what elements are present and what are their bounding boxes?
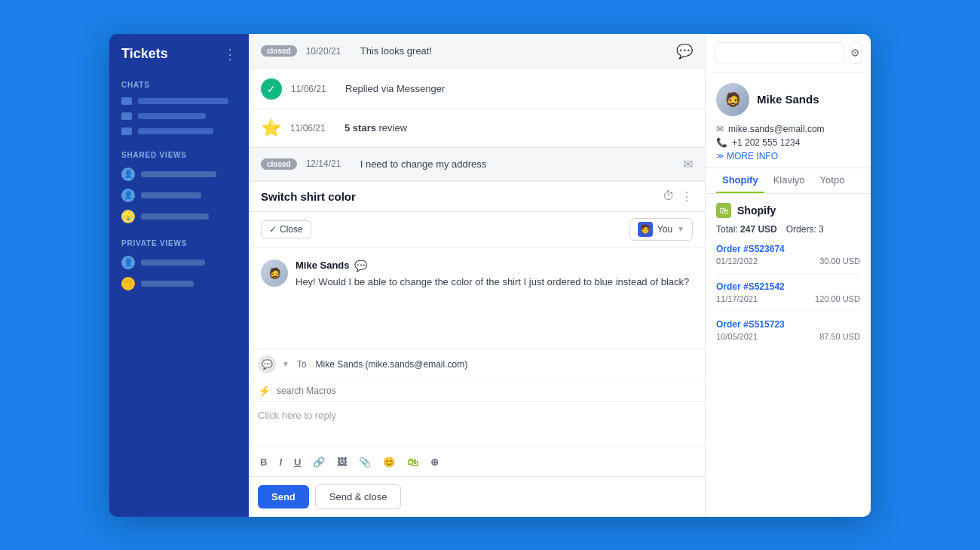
orders-label: Orders: 3 xyxy=(786,224,824,235)
order-id-link[interactable]: Order #S523674 xyxy=(716,244,860,254)
right-tabs: Shopify Klaviyo Yotpo xyxy=(706,168,871,194)
more-info-link[interactable]: ≫ MORE INFO xyxy=(716,151,860,161)
ticket-subject: I need to change my address xyxy=(360,158,674,170)
status-badge: closed xyxy=(261,45,297,57)
reply-box: 💬 ▼ To Mike Sands (mike.sands@email.com)… xyxy=(249,349,705,517)
contact-header: 🧔 Mike Sands xyxy=(716,83,860,116)
order-id-link[interactable]: Order #S515723 xyxy=(716,319,860,330)
attachment-button[interactable]: 📎 xyxy=(357,455,373,469)
message-area: 🧔 Mike Sands 💬 Hey! Would I be able to c… xyxy=(249,247,705,349)
reply-to-address: Mike Sands (mike.sands@email.com) xyxy=(316,359,468,370)
sidebar-section-chats: CHATS xyxy=(109,75,249,94)
underline-button[interactable]: U xyxy=(292,455,303,469)
at-button[interactable]: ⊕ xyxy=(428,455,441,469)
bold-button[interactable]: B xyxy=(258,455,269,469)
sidebar-private-view-2[interactable]: 🖐 xyxy=(109,273,249,294)
order-id-link[interactable]: Order #S521542 xyxy=(716,281,860,292)
channel-icon[interactable]: 💬 xyxy=(258,355,276,373)
avatar: 🧔 xyxy=(716,83,749,116)
order-row: 10/05/2021 87.50 USD xyxy=(716,332,860,341)
check-icon: ✓ xyxy=(261,78,282,100)
email-icon: ✉ xyxy=(716,124,724,134)
ticket-row[interactable]: closed 12/14/21 I need to change my addr… xyxy=(249,148,705,181)
reply-to-label: To xyxy=(297,359,307,370)
sidebar-bar xyxy=(141,192,201,198)
sidebar-bar xyxy=(141,281,194,287)
message-sender: Mike Sands 💬 xyxy=(296,260,693,272)
ticket-row[interactable]: closed 10/20/21 This looks great! 💬 xyxy=(249,34,705,69)
image-button[interactable]: 🖼 xyxy=(335,455,349,469)
right-search-bar: ⚙ xyxy=(706,34,871,72)
avatar-image: 🧔 xyxy=(716,83,749,116)
checkmark-icon: ✓ xyxy=(269,224,277,235)
ticket-date: 12/14/21 xyxy=(306,158,351,169)
private-view-avatar-2: 🖐 xyxy=(121,277,135,290)
sidebar-menu-icon[interactable]: ⋮ xyxy=(223,46,237,63)
send-close-button[interactable]: Send & close xyxy=(315,484,402,509)
status-badge: closed xyxy=(261,158,297,170)
shopify-logo: 🛍 xyxy=(716,203,731,218)
contact-name: Mike Sands xyxy=(757,93,819,106)
shopify-order-2: Order #S521542 11/17/2021 120.00 USD xyxy=(716,281,860,312)
sidebar-item-chat-3[interactable] xyxy=(109,124,249,139)
conv-header-icons: ⏱ ⋮ xyxy=(663,189,693,204)
shopify-stats: Total: 247 USD Orders: 3 xyxy=(716,224,860,235)
message-bubble: 🧔 Mike Sands 💬 Hey! Would I be able to c… xyxy=(261,260,693,290)
emoji-button[interactable]: 😊 xyxy=(381,455,397,469)
sidebar-bar xyxy=(138,113,206,119)
tab-shopify[interactable]: Shopify xyxy=(716,168,764,193)
ticket-row[interactable]: ⭐ 11/06/21 5 stars review xyxy=(249,109,705,148)
close-ticket-button[interactable]: ✓ Close xyxy=(261,220,311,238)
gear-button[interactable]: ⚙ xyxy=(849,41,862,64)
conversation-title: Switch shirt color xyxy=(261,190,663,203)
conversation-subheader: ✓ Close 🧑 You ▼ xyxy=(249,212,705,247)
sidebar: Tickets ⋮ CHATS SHARED VIEWS 👤 👤 xyxy=(109,34,249,517)
shopify-button[interactable]: 🛍 xyxy=(405,454,421,470)
private-view-avatar-1: 👤 xyxy=(121,256,135,269)
reply-placeholder: Click here to reply xyxy=(258,410,336,421)
timer-icon[interactable]: ⏱ xyxy=(663,189,675,203)
tab-klaviyo[interactable]: Klaviyo xyxy=(767,168,811,193)
messenger-icon: 💬 xyxy=(676,43,693,60)
ticket-date: 11/06/21 xyxy=(290,123,335,134)
email-icon: ✉ xyxy=(683,157,693,171)
assignee-icon: 🧑 xyxy=(640,224,651,234)
chat-icon xyxy=(121,97,132,105)
contact-email-row: ✉ mike.sands@email.com xyxy=(716,124,860,134)
sidebar-shared-view-3[interactable]: 💡 xyxy=(109,206,249,227)
macros-input[interactable] xyxy=(277,386,696,396)
sidebar-item-chat-2[interactable] xyxy=(109,109,249,124)
assignee-label: You xyxy=(657,224,672,235)
order-row: 11/17/2021 120.00 USD xyxy=(716,294,860,303)
more-options-icon[interactable]: ⋮ xyxy=(681,189,693,204)
contact-phone-row: 📞 +1 202 555 1234 xyxy=(716,137,860,148)
contact-phone: +1 202 555 1234 xyxy=(732,137,800,148)
sidebar-bar xyxy=(138,128,213,134)
sidebar-shared-view-2[interactable]: 👤 xyxy=(109,185,249,206)
ticket-subject: This looks great! xyxy=(360,45,667,57)
messenger-small-icon: 💬 xyxy=(262,359,273,370)
gear-icon: ⚙ xyxy=(850,47,860,59)
app-container: Tickets ⋮ CHATS SHARED VIEWS 👤 👤 xyxy=(109,34,871,517)
ticket-row[interactable]: ✓ 11/06/21 Replied via Messenger xyxy=(249,69,705,109)
sidebar-private-view-1[interactable]: 👤 xyxy=(109,252,249,273)
sidebar-title: Tickets xyxy=(121,46,168,62)
reply-text-area[interactable]: Click here to reply xyxy=(249,402,705,447)
tab-yotpo[interactable]: Yotpo xyxy=(814,168,851,193)
ticket-list: closed 10/20/21 This looks great! 💬 ✓ 11… xyxy=(249,34,705,181)
shopify-panel: 🛍 Shopify Total: 247 USD Orders: 3 Order… xyxy=(706,194,871,365)
sidebar-section-shared-views: SHARED VIEWS xyxy=(109,145,249,164)
sidebar-bar xyxy=(138,98,228,104)
italic-button[interactable]: I xyxy=(277,455,284,469)
message-text: Hey! Would I be able to change the color… xyxy=(296,275,693,290)
assignee-button[interactable]: 🧑 You ▼ xyxy=(629,218,693,241)
link-button[interactable]: 🔗 xyxy=(311,455,327,469)
sidebar-shared-view-1[interactable]: 👤 xyxy=(109,164,249,185)
view-avatar-1: 👤 xyxy=(121,167,135,181)
messenger-icon: 💬 xyxy=(354,260,367,272)
star-icon: ⭐ xyxy=(261,118,281,138)
send-button[interactable]: Send xyxy=(258,485,309,509)
sidebar-item-chat-1[interactable] xyxy=(109,94,249,109)
chevron-small-icon: ▼ xyxy=(282,360,289,368)
search-input[interactable] xyxy=(715,42,844,63)
